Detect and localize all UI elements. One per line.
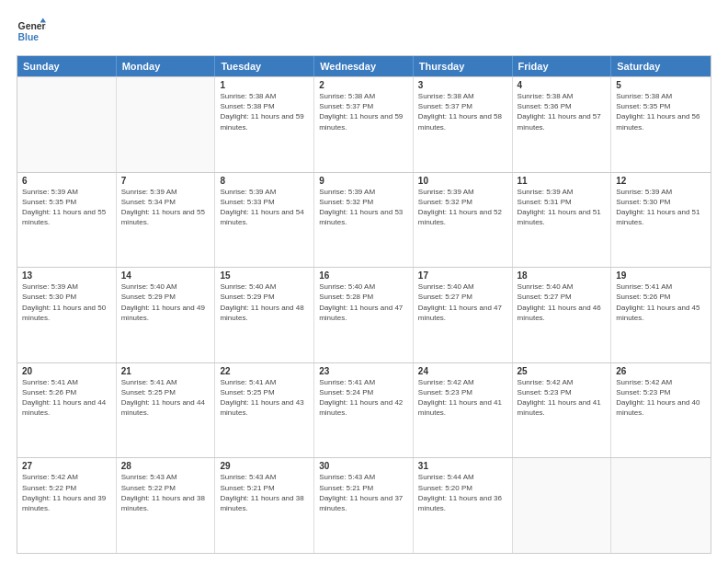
day-info: Sunrise: 5:42 AM Sunset: 5:22 PM Dayligh… <box>22 472 111 513</box>
week-row-3: 13Sunrise: 5:39 AM Sunset: 5:30 PM Dayli… <box>17 267 711 362</box>
day-cell-24: 24Sunrise: 5:42 AM Sunset: 5:23 PM Dayli… <box>414 363 513 458</box>
svg-marker-2 <box>40 18 46 23</box>
day-number: 13 <box>22 270 111 281</box>
day-cell-18: 18Sunrise: 5:40 AM Sunset: 5:27 PM Dayli… <box>513 268 612 362</box>
day-cell-28: 28Sunrise: 5:43 AM Sunset: 5:22 PM Dayli… <box>117 458 216 553</box>
day-cell-26: 26Sunrise: 5:42 AM Sunset: 5:23 PM Dayli… <box>611 363 711 458</box>
day-number: 16 <box>319 270 408 281</box>
day-info: Sunrise: 5:39 AM Sunset: 5:30 PM Dayligh… <box>22 282 111 323</box>
day-info: Sunrise: 5:38 AM Sunset: 5:38 PM Dayligh… <box>220 91 309 132</box>
day-info: Sunrise: 5:43 AM Sunset: 5:22 PM Dayligh… <box>121 472 210 513</box>
day-info: Sunrise: 5:38 AM Sunset: 5:35 PM Dayligh… <box>616 91 706 132</box>
day-info: Sunrise: 5:40 AM Sunset: 5:29 PM Dayligh… <box>220 282 309 323</box>
day-info: Sunrise: 5:42 AM Sunset: 5:23 PM Dayligh… <box>518 377 607 419</box>
calendar-header-row: SundayMondayTuesdayWednesdayThursdayFrid… <box>17 56 711 76</box>
day-number: 30 <box>319 461 408 471</box>
day-info: Sunrise: 5:40 AM Sunset: 5:28 PM Dayligh… <box>319 282 408 323</box>
week-row-1: 1Sunrise: 5:38 AM Sunset: 5:38 PM Daylig… <box>17 76 711 172</box>
day-cell-3: 3Sunrise: 5:38 AM Sunset: 5:37 PM Daylig… <box>414 77 513 172</box>
day-cell-27: 27Sunrise: 5:42 AM Sunset: 5:22 PM Dayli… <box>17 458 117 553</box>
day-number: 2 <box>319 80 408 90</box>
day-info: Sunrise: 5:40 AM Sunset: 5:27 PM Dayligh… <box>518 282 607 323</box>
day-info: Sunrise: 5:44 AM Sunset: 5:20 PM Dayligh… <box>418 472 507 513</box>
day-number: 29 <box>220 461 309 471</box>
day-cell-2: 2Sunrise: 5:38 AM Sunset: 5:37 PM Daylig… <box>314 77 414 172</box>
day-cell-15: 15Sunrise: 5:40 AM Sunset: 5:29 PM Dayli… <box>215 268 314 362</box>
day-number: 22 <box>220 366 309 376</box>
day-number: 12 <box>616 176 706 186</box>
day-header-tuesday: Tuesday <box>215 56 314 76</box>
day-header-monday: Monday <box>117 56 216 76</box>
day-info: Sunrise: 5:38 AM Sunset: 5:37 PM Dayligh… <box>418 91 507 132</box>
day-number: 6 <box>22 176 111 186</box>
day-info: Sunrise: 5:42 AM Sunset: 5:23 PM Dayligh… <box>616 377 706 419</box>
day-number: 4 <box>518 80 607 90</box>
day-cell-23: 23Sunrise: 5:41 AM Sunset: 5:24 PM Dayli… <box>314 363 414 458</box>
day-cell-17: 17Sunrise: 5:40 AM Sunset: 5:27 PM Dayli… <box>414 268 513 362</box>
day-number: 11 <box>518 176 607 186</box>
day-number: 23 <box>319 366 408 376</box>
day-number: 20 <box>22 366 111 376</box>
day-number: 10 <box>418 176 507 186</box>
day-info: Sunrise: 5:39 AM Sunset: 5:33 PM Dayligh… <box>220 187 309 228</box>
day-info: Sunrise: 5:41 AM Sunset: 5:26 PM Dayligh… <box>22 377 111 419</box>
day-header-sunday: Sunday <box>17 56 117 76</box>
day-number: 1 <box>220 80 309 90</box>
day-cell-25: 25Sunrise: 5:42 AM Sunset: 5:23 PM Dayli… <box>513 363 612 458</box>
svg-text:Blue: Blue <box>18 32 40 42</box>
day-number: 26 <box>616 366 706 376</box>
calendar: SundayMondayTuesdayWednesdayThursdayFrid… <box>17 55 711 554</box>
day-cell-8: 8Sunrise: 5:39 AM Sunset: 5:33 PM Daylig… <box>215 173 314 268</box>
day-cell-5: 5Sunrise: 5:38 AM Sunset: 5:35 PM Daylig… <box>611 77 711 172</box>
day-number: 18 <box>518 270 607 281</box>
day-info: Sunrise: 5:38 AM Sunset: 5:36 PM Dayligh… <box>518 91 607 132</box>
day-cell-1: 1Sunrise: 5:38 AM Sunset: 5:38 PM Daylig… <box>215 77 314 172</box>
day-number: 24 <box>418 366 507 376</box>
day-cell-31: 31Sunrise: 5:44 AM Sunset: 5:20 PM Dayli… <box>414 458 513 553</box>
day-number: 5 <box>616 80 706 90</box>
day-cell-7: 7Sunrise: 5:39 AM Sunset: 5:34 PM Daylig… <box>117 173 216 268</box>
empty-cell <box>611 458 711 553</box>
day-number: 28 <box>121 461 210 471</box>
day-cell-9: 9Sunrise: 5:39 AM Sunset: 5:32 PM Daylig… <box>314 173 414 268</box>
day-number: 21 <box>121 366 210 376</box>
day-cell-4: 4Sunrise: 5:38 AM Sunset: 5:36 PM Daylig… <box>513 77 612 172</box>
day-info: Sunrise: 5:42 AM Sunset: 5:23 PM Dayligh… <box>418 377 507 419</box>
day-number: 14 <box>121 270 210 281</box>
day-info: Sunrise: 5:41 AM Sunset: 5:25 PM Dayligh… <box>121 377 210 419</box>
day-cell-21: 21Sunrise: 5:41 AM Sunset: 5:25 PM Dayli… <box>117 363 216 458</box>
day-cell-22: 22Sunrise: 5:41 AM Sunset: 5:25 PM Dayli… <box>215 363 314 458</box>
day-info: Sunrise: 5:39 AM Sunset: 5:34 PM Dayligh… <box>121 187 210 228</box>
day-info: Sunrise: 5:38 AM Sunset: 5:37 PM Dayligh… <box>319 91 408 132</box>
day-number: 9 <box>319 176 408 186</box>
day-cell-12: 12Sunrise: 5:39 AM Sunset: 5:30 PM Dayli… <box>611 173 711 268</box>
day-cell-11: 11Sunrise: 5:39 AM Sunset: 5:31 PM Dayli… <box>513 173 612 268</box>
logo: General Blue <box>17 17 46 46</box>
day-info: Sunrise: 5:41 AM Sunset: 5:24 PM Dayligh… <box>319 377 408 419</box>
empty-cell <box>117 77 216 172</box>
day-number: 31 <box>418 461 507 471</box>
day-number: 17 <box>418 270 507 281</box>
day-info: Sunrise: 5:39 AM Sunset: 5:32 PM Dayligh… <box>319 187 408 228</box>
logo-icon: General Blue <box>17 17 46 46</box>
day-number: 7 <box>121 176 210 186</box>
day-info: Sunrise: 5:39 AM Sunset: 5:35 PM Dayligh… <box>22 187 111 228</box>
day-number: 3 <box>418 80 507 90</box>
week-row-4: 20Sunrise: 5:41 AM Sunset: 5:26 PM Dayli… <box>17 362 711 458</box>
calendar-body: 1Sunrise: 5:38 AM Sunset: 5:38 PM Daylig… <box>17 76 711 553</box>
day-cell-30: 30Sunrise: 5:43 AM Sunset: 5:21 PM Dayli… <box>314 458 414 553</box>
empty-cell <box>513 458 612 553</box>
day-info: Sunrise: 5:39 AM Sunset: 5:30 PM Dayligh… <box>616 187 706 228</box>
day-info: Sunrise: 5:39 AM Sunset: 5:32 PM Dayligh… <box>418 187 507 228</box>
day-number: 8 <box>220 176 309 186</box>
day-cell-10: 10Sunrise: 5:39 AM Sunset: 5:32 PM Dayli… <box>414 173 513 268</box>
day-header-friday: Friday <box>513 56 612 76</box>
header: General Blue <box>17 17 711 46</box>
day-number: 15 <box>220 270 309 281</box>
day-cell-29: 29Sunrise: 5:43 AM Sunset: 5:21 PM Dayli… <box>215 458 314 553</box>
day-number: 25 <box>518 366 607 376</box>
week-row-5: 27Sunrise: 5:42 AM Sunset: 5:22 PM Dayli… <box>17 457 711 553</box>
day-header-wednesday: Wednesday <box>314 56 414 76</box>
day-number: 19 <box>616 270 706 281</box>
svg-text:General: General <box>18 21 46 31</box>
